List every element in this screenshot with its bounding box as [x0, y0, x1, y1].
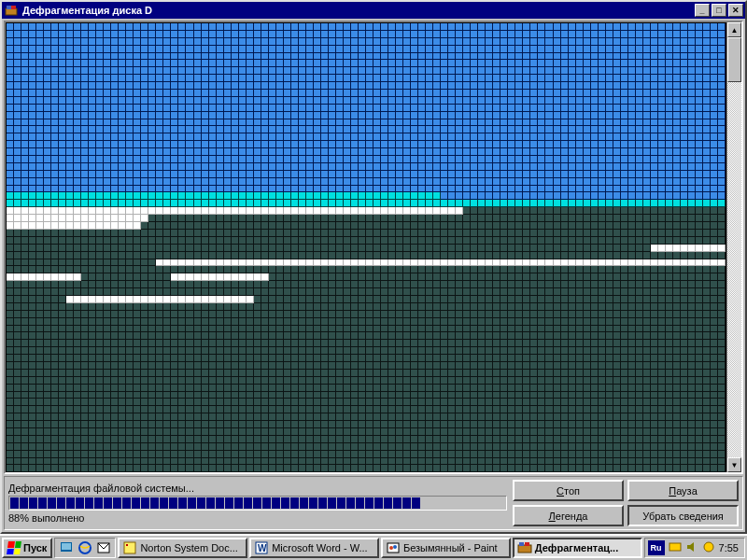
window-title: Дефрагментация диска D — [22, 5, 695, 16]
task-label: Microsoft Word - W... — [272, 542, 367, 553]
svg-rect-1 — [7, 6, 11, 9]
task-icon — [386, 540, 401, 555]
app-icon — [4, 3, 19, 18]
vertical-scrollbar[interactable]: ▲ ▼ — [726, 22, 741, 472]
minimize-button[interactable]: _ — [695, 4, 710, 17]
defrag-map — [6, 22, 726, 472]
task-label: Дефрагментац... — [535, 542, 618, 553]
svg-rect-4 — [62, 543, 71, 550]
start-label: Пуск — [23, 542, 47, 553]
svg-point-12 — [389, 546, 393, 550]
svg-rect-15 — [519, 542, 524, 546]
tray-icon-b[interactable] — [702, 540, 715, 555]
svg-rect-16 — [525, 542, 529, 546]
pause-button[interactable]: Пауза — [627, 480, 739, 501]
task-icon: W — [254, 540, 269, 555]
task-label: Norton System Doc... — [140, 542, 238, 553]
stop-button[interactable]: Стоп — [513, 480, 624, 501]
taskbar: Пуск Norton System Doc...WMicrosoft Word… — [0, 534, 747, 560]
svg-rect-7 — [124, 542, 135, 553]
task-icon — [517, 540, 532, 555]
svg-rect-14 — [518, 545, 531, 553]
svg-point-18 — [704, 542, 713, 552]
scroll-up-button[interactable]: ▲ — [727, 22, 741, 37]
tray-icon-a[interactable] — [669, 540, 682, 555]
taskbar-task-1[interactable]: WMicrosoft Word - W... — [249, 538, 379, 558]
maximize-button[interactable]: □ — [712, 4, 726, 17]
svg-rect-2 — [11, 6, 16, 9]
progress-bar — [8, 496, 507, 511]
ie-icon[interactable] — [78, 540, 92, 555]
status-panel: Дефрагментация файловой системы... 88% в… — [4, 476, 743, 530]
svg-rect-17 — [669, 543, 681, 551]
taskbar-task-3[interactable]: Дефрагментац... — [513, 538, 642, 558]
svg-point-13 — [393, 545, 397, 549]
close-button[interactable]: ✕ — [728, 4, 743, 17]
outlook-icon[interactable] — [96, 540, 111, 555]
svg-rect-8 — [126, 544, 128, 546]
desktop-icon[interactable] — [59, 540, 74, 555]
titlebar[interactable]: Дефрагментация диска D _ □ ✕ — [2, 2, 745, 19]
taskbar-task-2[interactable]: Безымянный - Paint — [381, 538, 511, 558]
volume-icon[interactable] — [685, 540, 698, 555]
windows-logo-icon — [7, 541, 21, 554]
language-indicator[interactable]: Ru — [648, 540, 665, 555]
status-label: Дефрагментация файловой системы... — [8, 483, 507, 494]
taskbar-task-0[interactable]: Norton System Doc... — [118, 538, 247, 558]
system-tray: Ru 7:55 — [644, 538, 745, 558]
svg-text:W: W — [258, 543, 267, 553]
client-area: ▲ ▼ — [4, 21, 743, 474]
percent-text: 88% выполнено — [8, 512, 507, 524]
start-button[interactable]: Пуск — [2, 538, 52, 558]
svg-rect-0 — [6, 8, 17, 15]
scroll-down-button[interactable]: ▼ — [727, 457, 741, 472]
scroll-thumb[interactable] — [727, 37, 741, 82]
quick-launch — [54, 538, 116, 558]
hide-details-button[interactable]: Убрать сведения — [627, 505, 739, 526]
defrag-window: Дефрагментация диска D _ □ ✕ ▲ ▼ Дефрагм… — [0, 0, 747, 534]
legend-button[interactable]: Легенда — [513, 505, 624, 526]
task-icon — [122, 540, 137, 555]
clock[interactable]: 7:55 — [719, 542, 739, 553]
task-label: Безымянный - Paint — [403, 542, 498, 553]
